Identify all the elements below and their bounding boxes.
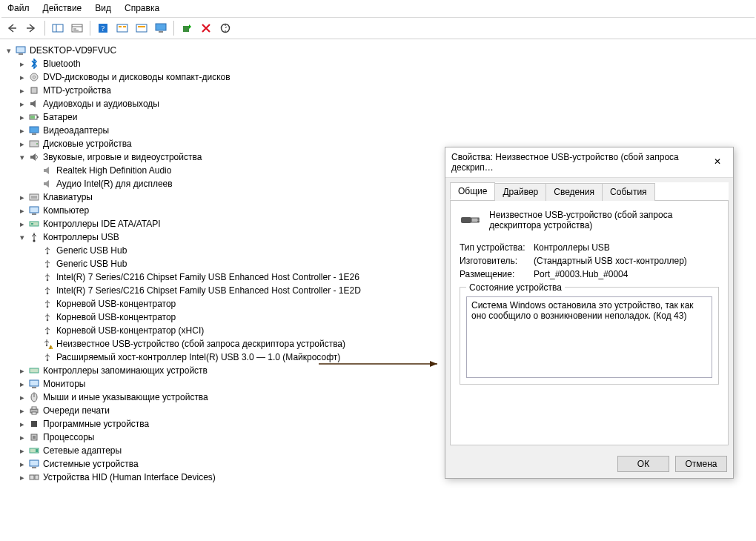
- speaker-icon: [42, 178, 53, 190]
- cat-bluetooth[interactable]: ▸Bluetooth: [16, 57, 753, 70]
- expand-icon[interactable]: ▸: [16, 444, 28, 457]
- cat-audio-io[interactable]: ▸Аудиовходы и аудиовыходы: [16, 97, 753, 110]
- expand-icon[interactable]: ▸: [16, 391, 28, 404]
- menu-action[interactable]: Действие: [43, 3, 82, 13]
- properties-button[interactable]: [69, 20, 85, 36]
- svg-rect-12: [138, 26, 145, 27]
- svg-text:?: ?: [102, 24, 105, 33]
- svg-rect-55: [32, 412, 36, 414]
- computer-icon: [15, 44, 27, 56]
- speaker-icon: [28, 151, 40, 163]
- tab-general[interactable]: Общие: [450, 182, 495, 200]
- expand-icon[interactable]: ▸: [16, 190, 28, 204]
- nav-back-button[interactable]: [4, 20, 21, 36]
- svg-rect-24: [30, 116, 35, 119]
- svg-rect-13: [156, 24, 166, 30]
- svg-rect-17: [16, 47, 25, 53]
- expand-icon[interactable]: ▸: [16, 217, 28, 230]
- expand-icon[interactable]: ▸: [16, 204, 28, 217]
- usb-icon: [42, 245, 53, 256]
- cat-mtd[interactable]: ▸MTD-устройства: [16, 84, 753, 97]
- ok-button[interactable]: ОК: [617, 456, 669, 472]
- speaker-icon: [28, 98, 40, 110]
- svg-rect-63: [30, 475, 34, 479]
- svg-rect-14: [159, 31, 163, 33]
- view-devices-button[interactable]: [114, 20, 130, 36]
- svg-rect-68: [477, 219, 480, 219]
- svg-rect-26: [32, 133, 36, 135]
- scan-hardware-button[interactable]: [217, 20, 233, 36]
- svg-rect-67: [471, 218, 479, 222]
- svg-point-42: [47, 319, 49, 322]
- expand-icon[interactable]: ▸: [16, 137, 28, 150]
- expand-icon[interactable]: ▸: [16, 97, 28, 110]
- menu-bar: Файл Действие Вид Справка: [0, 0, 756, 17]
- software-device-icon: [28, 418, 40, 430]
- close-icon[interactable]: ✕: [708, 155, 727, 170]
- svg-point-46: [50, 348, 51, 348]
- menu-help[interactable]: Справка: [125, 3, 159, 13]
- tree-root[interactable]: ▾ DESKTOP-VD9FVUC: [3, 44, 753, 57]
- hdd-icon: [28, 138, 40, 150]
- uninstall-button[interactable]: [198, 20, 214, 36]
- nav-forward-button[interactable]: [24, 20, 40, 36]
- svg-point-37: [47, 253, 49, 255]
- collapse-icon[interactable]: ▾: [16, 150, 28, 164]
- tab-driver[interactable]: Драйвер: [494, 183, 546, 201]
- help-button[interactable]: ?: [95, 20, 111, 36]
- svg-rect-8: [117, 24, 127, 32]
- usb-icon: [42, 285, 53, 296]
- menu-file[interactable]: Файл: [7, 3, 30, 13]
- bluetooth-icon: [28, 58, 40, 70]
- cat-video[interactable]: ▸Видеоадаптеры: [16, 124, 753, 137]
- device-status-text[interactable]: Система Windows остановила это устройств…: [466, 296, 712, 378]
- expand-icon[interactable]: ▸: [16, 471, 28, 484]
- monitor-icon-button[interactable]: [153, 20, 169, 36]
- cancel-button[interactable]: Отмена: [675, 456, 727, 472]
- label-device-type: Тип устройства:: [460, 242, 534, 253]
- svg-rect-23: [37, 116, 39, 118]
- value-location: Port_#0003.Hub_#0004: [534, 269, 628, 279]
- expand-icon[interactable]: ▸: [16, 70, 28, 84]
- expand-icon[interactable]: ▸: [16, 110, 28, 124]
- tab-events[interactable]: События: [602, 183, 655, 201]
- mouse-icon: [28, 391, 40, 403]
- svg-point-20: [33, 76, 36, 79]
- expand-icon[interactable]: ▸: [16, 57, 28, 70]
- expand-icon[interactable]: ▸: [16, 404, 28, 417]
- expand-icon[interactable]: ▸: [16, 364, 28, 377]
- expand-icon[interactable]: ▾: [3, 44, 15, 57]
- expand-icon[interactable]: ▸: [16, 377, 28, 391]
- show-hide-tree-button[interactable]: [50, 20, 66, 36]
- cat-battery[interactable]: ▸Батареи: [16, 110, 753, 124]
- properties-dialog: Свойства: Неизвестное USB-устройство (сб…: [445, 147, 734, 479]
- expand-icon[interactable]: ▸: [16, 417, 28, 431]
- expand-icon[interactable]: ▸: [16, 431, 28, 444]
- cat-dvd[interactable]: ▸DVD-дисководы и дисководы компакт-диско…: [16, 70, 753, 84]
- svg-point-47: [47, 359, 49, 362]
- view-resources-button[interactable]: [133, 20, 150, 36]
- usb-plug-icon: [460, 208, 482, 232]
- svg-rect-34: [30, 222, 39, 226]
- svg-rect-9: [119, 26, 122, 27]
- collapse-icon[interactable]: ▾: [16, 230, 28, 244]
- svg-rect-21: [31, 87, 37, 93]
- expand-icon[interactable]: ▸: [16, 457, 28, 471]
- update-driver-button[interactable]: [179, 20, 195, 36]
- menu-view[interactable]: Вид: [95, 3, 111, 13]
- expand-icon[interactable]: ▸: [16, 124, 28, 137]
- svg-rect-25: [30, 127, 39, 133]
- dialog-titlebar[interactable]: Свойства: Неизвестное USB-устройство (сб…: [445, 147, 733, 178]
- dialog-title-text: Свойства: Неизвестное USB-устройство (сб…: [451, 152, 708, 173]
- tab-details[interactable]: Сведения: [546, 183, 603, 201]
- svg-rect-35: [31, 223, 33, 225]
- svg-rect-18: [19, 53, 23, 55]
- keyboard-icon: [28, 191, 40, 203]
- storage-controller-icon: [28, 365, 40, 376]
- svg-rect-58: [33, 436, 36, 439]
- usb-icon: [28, 231, 40, 243]
- usb-warning-icon: [42, 338, 53, 350]
- expand-icon[interactable]: ▸: [16, 84, 28, 97]
- root-label: DESKTOP-VD9FVUC: [30, 44, 116, 57]
- svg-rect-10: [123, 26, 126, 27]
